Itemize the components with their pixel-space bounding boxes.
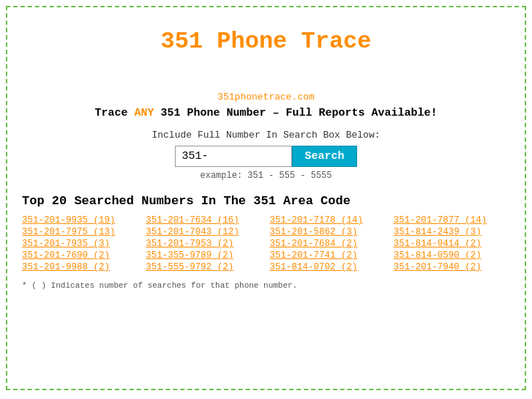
number-link[interactable]: 351-201-5862 (3) [270,227,386,237]
search-example: example: 351 - 555 - 5555 [22,171,510,181]
page-container: 351 Phone Trace 351phonetrace.com Trace … [6,6,526,390]
number-link[interactable]: 351-355-9789 (2) [146,250,262,261]
number-link[interactable]: 351-201-7741 (2) [270,250,386,261]
number-link[interactable]: 351-201-7178 (14) [270,215,386,225]
search-input[interactable] [175,146,292,167]
footnote: * ( ) Indicates number of searches for t… [22,281,510,290]
number-link[interactable]: 351-814-0414 (2) [394,239,510,249]
page-title: 351 Phone Trace [22,15,510,62]
number-link[interactable]: 351-201-7975 (13) [22,227,138,237]
number-link[interactable]: 351-201-7043 (12) [146,227,262,237]
search-button[interactable]: Search [292,146,356,167]
number-link[interactable]: 351-201-7953 (2) [146,239,262,249]
number-link[interactable]: 351-814-0590 (2) [394,250,510,261]
tagline-any: ANY [134,107,154,119]
search-row: Search [22,146,510,167]
number-link[interactable]: 351-201-7935 (3) [22,239,138,249]
number-link[interactable]: 351-814-2439 (3) [394,227,510,237]
tagline-suffix: 351 Phone Number – Full Reports Availabl… [154,107,437,119]
site-url: 351phonetrace.com [22,92,510,102]
number-link[interactable]: 351-201-7634 (16) [146,215,262,225]
section-title: Top 20 Searched Numbers In The 351 Area … [22,194,510,208]
number-link[interactable]: 351-201-7690 (2) [22,250,138,261]
tagline: Trace ANY 351 Phone Number – Full Report… [22,107,510,119]
number-link[interactable]: 351-201-7940 (2) [394,262,510,272]
number-link[interactable]: 351-201-9988 (2) [22,262,138,272]
tagline-prefix: Trace [94,107,134,119]
number-link[interactable]: 351-555-9792 (2) [146,262,262,272]
numbers-grid: 351-201-9935 (19)351-201-7634 (16)351-20… [22,215,510,272]
number-link[interactable]: 351-814-0702 (2) [270,262,386,272]
number-link[interactable]: 351-201-7684 (2) [270,239,386,249]
number-link[interactable]: 351-201-7877 (14) [394,215,510,225]
top-numbers-section: Top 20 Searched Numbers In The 351 Area … [22,194,510,290]
search-label: Include Full Number In Search Box Below: [22,130,510,141]
number-link[interactable]: 351-201-9935 (19) [22,215,138,225]
